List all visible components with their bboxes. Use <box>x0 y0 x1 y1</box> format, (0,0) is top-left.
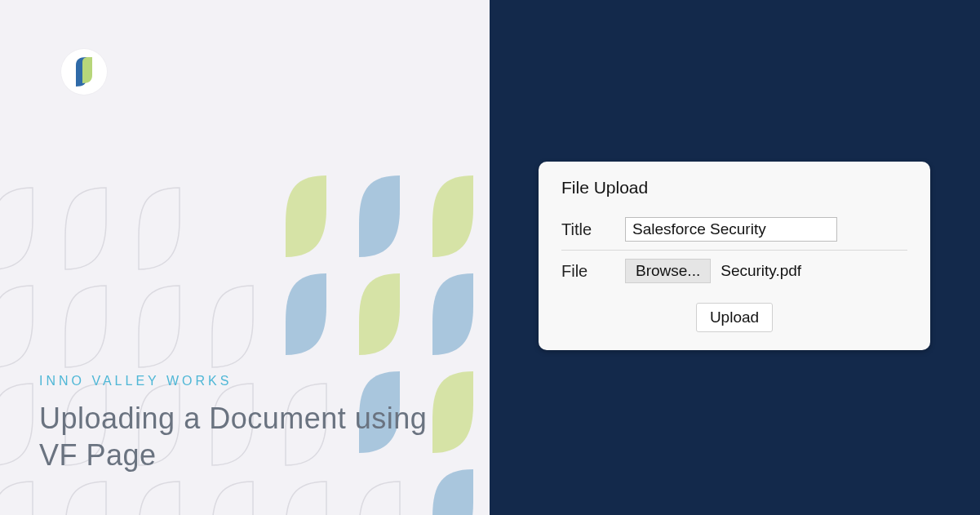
upload-button[interactable]: Upload <box>696 303 773 332</box>
selected-filename: Security.pdf <box>721 262 801 280</box>
page-headline: Uploading a Document using VF Page <box>39 400 457 473</box>
actions-row: Upload <box>561 291 907 332</box>
brand-logo <box>61 49 107 95</box>
title-input[interactable] <box>625 217 837 242</box>
file-upload-dialog: File Upload Title File Browse... Securit… <box>539 162 930 350</box>
browse-button[interactable]: Browse... <box>625 259 711 283</box>
file-row: File Browse... Security.pdf <box>561 250 907 291</box>
dialog-heading: File Upload <box>561 178 907 198</box>
file-label: File <box>561 262 625 281</box>
app-panel: File Upload Title File Browse... Securit… <box>490 0 980 515</box>
title-label: Title <box>561 220 625 239</box>
promo-panel: INNO VALLEY WORKS Uploading a Document u… <box>0 0 490 515</box>
title-row: Title <box>561 209 907 250</box>
leaf-logo-icon <box>72 57 96 87</box>
brand-eyebrow: INNO VALLEY WORKS <box>39 374 232 388</box>
